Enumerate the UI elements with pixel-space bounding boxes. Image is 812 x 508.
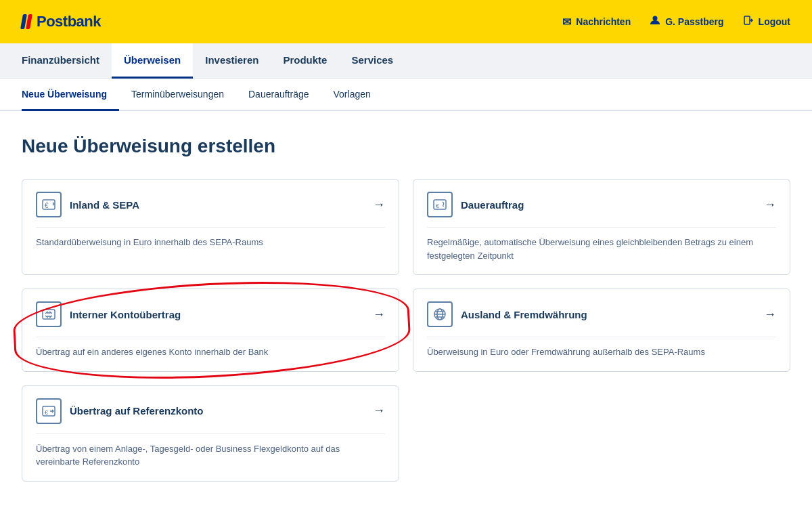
- card-wrapper-interner-kontouebertrag: Interner Kontoübertrag → Übertrag auf ei…: [22, 289, 399, 372]
- card-title-area: € Dauerauftrag: [427, 192, 524, 217]
- svg-text:€: €: [45, 202, 49, 209]
- logout-label: Logout: [759, 16, 790, 27]
- card-uebertrag-referenzkonto[interactable]: € Übertrag auf Referenzkonto → Übertrag …: [22, 385, 399, 482]
- globe-icon: [427, 301, 453, 327]
- username-label: G. Passtberg: [665, 16, 723, 27]
- main-content: Neue Überweisung erstellen € Inland & SE…: [0, 111, 812, 503]
- card-arrow-interner-kontouebertrag: →: [373, 308, 385, 322]
- card-dauerauftrag[interactable]: € Dauerauftrag → Regelmäßige, automatisc…: [413, 179, 790, 275]
- svg-text:€: €: [436, 203, 439, 209]
- card-title-area: € Inland & SEPA: [36, 192, 139, 217]
- page-title: Neue Überweisung erstellen: [22, 135, 790, 157]
- card-arrow-dauerauftrag: →: [764, 198, 776, 212]
- card-interner-kontouebertrag[interactable]: Interner Kontoübertrag → Übertrag auf ei…: [22, 289, 399, 372]
- mail-icon: ✉: [562, 16, 571, 28]
- subnav-neue-ueberweisung[interactable]: Neue Überweisung: [22, 79, 119, 111]
- card-header-inland-sepa: € Inland & SEPA →: [22, 179, 399, 227]
- logo-area: Postbank: [22, 13, 101, 30]
- header: Postbank ✉ Nachrichten G. Passtberg Logo…: [0, 0, 812, 43]
- card-title-ausland-fremdwaehrung: Ausland & Fremdwährung: [461, 309, 587, 320]
- card-title-uebertrag-referenzkonto: Übertrag auf Referenzkonto: [70, 405, 204, 417]
- messages-link[interactable]: ✉ Nachrichten: [562, 16, 631, 28]
- card-title-area: Ausland & Fremdwährung: [427, 301, 587, 327]
- card-header-interner-kontouebertrag: Interner Kontoübertrag →: [22, 289, 399, 337]
- card-arrow-inland-sepa: →: [373, 198, 385, 212]
- nav-investieren[interactable]: Investieren: [193, 43, 271, 79]
- subnav-vorlagen[interactable]: Vorlagen: [321, 79, 383, 111]
- card-title-interner-kontouebertrag: Interner Kontoübertrag: [70, 309, 181, 320]
- svg-rect-6: [43, 310, 55, 319]
- cards-grid: € Inland & SEPA → Standardüberweisung in…: [22, 179, 790, 482]
- card-title-dauerauftrag: Dauerauftrag: [461, 199, 524, 211]
- logo-text: Postbank: [37, 13, 101, 30]
- card-arrow-ausland-fremdwaehrung: →: [764, 308, 776, 322]
- card-desc-interner-kontouebertrag: Übertrag auf ein anderes eigenes Konto i…: [22, 337, 399, 371]
- card-desc-ausland-fremdwaehrung: Überweisung in Euro oder Fremdwährung au…: [413, 337, 790, 371]
- card-desc-inland-sepa: Standardüberweisung in Euro innerhalb de…: [22, 228, 399, 261]
- logo-stripes: [20, 14, 32, 29]
- nav-produkte[interactable]: Produkte: [271, 43, 339, 79]
- transfer-icon: [36, 301, 62, 327]
- dauerauftrag-icon: €: [427, 192, 453, 217]
- logout-link[interactable]: Logout: [743, 15, 790, 28]
- subnav-dauerauftraege[interactable]: Daueraufträge: [236, 79, 321, 111]
- card-desc-dauerauftrag: Regelmäßige, automatische Überweisung ei…: [413, 228, 790, 274]
- nav-services[interactable]: Services: [339, 43, 405, 79]
- card-header-uebertrag-referenzkonto: € Übertrag auf Referenzkonto →: [22, 386, 399, 433]
- main-nav: Finanzübersicht Überweisen Investieren P…: [0, 43, 812, 79]
- card-header-dauerauftrag: € Dauerauftrag →: [413, 179, 790, 227]
- sub-nav: Neue Überweisung Terminüberweisungen Dau…: [0, 79, 812, 111]
- card-title-area: € Übertrag auf Referenzkonto: [36, 398, 204, 424]
- nav-ueberweisen[interactable]: Überweisen: [112, 43, 193, 79]
- card-inland-sepa[interactable]: € Inland & SEPA → Standardüberweisung in…: [22, 179, 399, 275]
- reference-icon: €: [36, 398, 62, 424]
- messages-label: Nachrichten: [576, 16, 631, 27]
- card-ausland-fremdwaehrung[interactable]: Ausland & Fremdwährung → Überweisung in …: [413, 289, 790, 372]
- subnav-terminueberweisungen[interactable]: Terminüberweisungen: [119, 79, 236, 111]
- card-desc-uebertrag-referenzkonto: Übertrag von einem Anlage-, Tagesgeld- o…: [22, 434, 399, 481]
- svg-text:€: €: [45, 409, 48, 416]
- header-actions: ✉ Nachrichten G. Passtberg Logout: [562, 15, 790, 28]
- logo-icon: [22, 14, 31, 29]
- card-arrow-uebertrag-referenzkonto: →: [373, 404, 385, 418]
- logout-icon: [743, 15, 754, 28]
- user-link[interactable]: G. Passtberg: [650, 15, 723, 28]
- stripe-red: [26, 14, 32, 29]
- card-header-ausland-fremdwaehrung: Ausland & Fremdwährung →: [413, 289, 790, 337]
- svg-rect-1: [744, 16, 750, 24]
- card-title-inland-sepa: Inland & SEPA: [70, 199, 139, 211]
- sepa-icon: €: [36, 192, 62, 217]
- user-icon: [650, 15, 660, 28]
- nav-finanzuebersicht[interactable]: Finanzübersicht: [22, 43, 112, 79]
- svg-point-0: [653, 16, 658, 21]
- card-title-area: Interner Kontoübertrag: [36, 301, 181, 327]
